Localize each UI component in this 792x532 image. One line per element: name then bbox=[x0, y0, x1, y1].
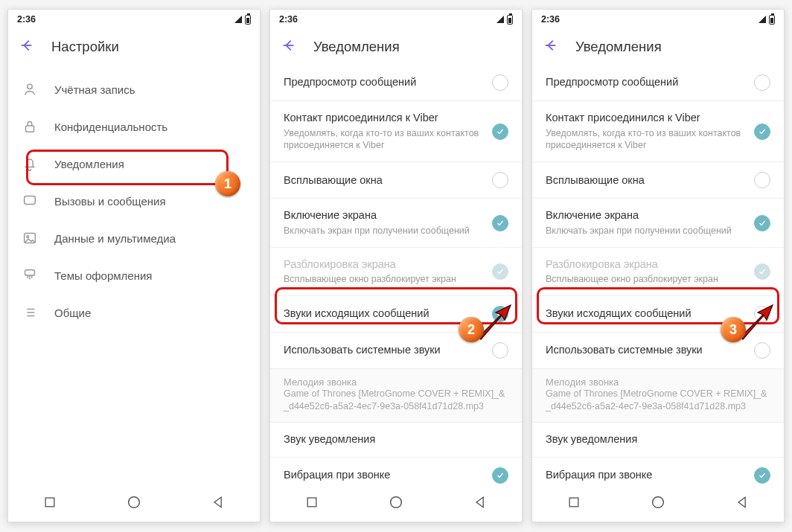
toggle-icon[interactable] bbox=[754, 124, 770, 140]
toggle-icon[interactable] bbox=[754, 74, 770, 91]
menu-item-themes[interactable]: Темы оформления bbox=[8, 257, 260, 294]
statusbar: 2:36 bbox=[8, 10, 260, 29]
signal-icon bbox=[234, 16, 242, 23]
nav-back-icon[interactable] bbox=[211, 495, 226, 513]
toggle-icon[interactable] bbox=[492, 124, 508, 140]
svg-rect-5 bbox=[25, 270, 35, 275]
signal-icon bbox=[759, 16, 766, 23]
toggle-icon[interactable] bbox=[492, 74, 508, 91]
item-preview[interactable]: Предпросмотр сообщений bbox=[270, 65, 522, 101]
appbar: Настройки bbox=[8, 29, 260, 65]
item-vibrate[interactable]: Вибрация при звонке bbox=[270, 458, 522, 487]
item-joined[interactable]: Контакт присоединился к Viber Уведомлять… bbox=[532, 101, 784, 162]
clock: 2:36 bbox=[541, 14, 560, 25]
svg-rect-8 bbox=[307, 498, 316, 507]
battery-icon bbox=[245, 15, 251, 25]
svg-point-11 bbox=[653, 497, 664, 508]
toggle-icon[interactable] bbox=[754, 172, 770, 188]
clock: 2:36 bbox=[17, 14, 36, 25]
battery-icon bbox=[507, 15, 513, 25]
notifications-list: Предпросмотр сообщений Контакт присоедин… bbox=[270, 65, 522, 486]
brush-icon bbox=[22, 267, 38, 283]
svg-point-7 bbox=[129, 497, 140, 508]
settings-menu: Учётная запись Конфиденциальность Уведом… bbox=[8, 65, 260, 486]
person-icon bbox=[22, 81, 38, 97]
nav-home-icon[interactable] bbox=[650, 494, 666, 513]
nav-recent-icon[interactable] bbox=[566, 495, 581, 513]
item-joined[interactable]: Контакт присоединился к Viber Уведомлять… bbox=[270, 101, 522, 162]
back-icon[interactable] bbox=[19, 37, 35, 57]
item-unlock: Разблокировка экрана Всплывающее окно ра… bbox=[270, 248, 522, 296]
toggle-icon[interactable] bbox=[754, 215, 770, 231]
lock-icon bbox=[22, 118, 38, 135]
appbar: Уведомления bbox=[532, 29, 784, 65]
svg-rect-6 bbox=[45, 498, 54, 507]
menu-label: Темы оформления bbox=[54, 269, 152, 282]
toggle-icon[interactable] bbox=[492, 172, 508, 188]
back-icon[interactable] bbox=[543, 37, 559, 57]
nav-home-icon[interactable] bbox=[388, 494, 404, 513]
menu-label: Общие bbox=[54, 307, 91, 319]
menu-item-privacy[interactable]: Конфиденциальность bbox=[8, 108, 260, 145]
svg-rect-10 bbox=[569, 498, 578, 507]
svg-point-0 bbox=[28, 84, 32, 89]
item-vibrate[interactable]: Вибрация при звонке bbox=[532, 458, 784, 487]
item-unlock: Разблокировка экрана Всплывающее окно ра… bbox=[532, 248, 784, 296]
list-icon bbox=[22, 304, 38, 321]
nav-back-icon[interactable] bbox=[473, 495, 488, 513]
item-screenon[interactable]: Включение экрана Включать экран при полу… bbox=[270, 199, 522, 247]
menu-label: Вызовы и сообщения bbox=[54, 195, 166, 208]
step-badge-3: 3 bbox=[721, 317, 746, 342]
back-icon[interactable] bbox=[281, 37, 297, 57]
nav-recent-icon[interactable] bbox=[42, 495, 57, 513]
step-badge-2: 2 bbox=[459, 317, 484, 342]
menu-item-account[interactable]: Учётная запись bbox=[8, 71, 260, 108]
android-navbar bbox=[8, 486, 260, 522]
notifications-list: Предпросмотр сообщений Контакт присоедин… bbox=[532, 65, 784, 486]
menu-item-general[interactable]: Общие bbox=[8, 294, 260, 331]
toggle-icon[interactable] bbox=[492, 467, 508, 484]
phone-notifications-on: 2:36 Уведомления Предпросмотр сообщений … bbox=[269, 9, 523, 522]
step-badge-1: 1 bbox=[215, 171, 240, 196]
item-preview[interactable]: Предпросмотр сообщений bbox=[532, 65, 784, 101]
image-icon bbox=[22, 230, 38, 246]
nav-home-icon[interactable] bbox=[126, 494, 142, 513]
chat-icon bbox=[22, 193, 38, 209]
menu-label: Уведомления bbox=[54, 158, 124, 170]
menu-label: Учётная запись bbox=[54, 83, 135, 96]
item-notif-sound[interactable]: Звук уведомления bbox=[270, 423, 522, 458]
appbar: Уведомления bbox=[270, 29, 522, 65]
ringtone-info[interactable]: Мелодия звонка Game of Thrones [MetroGno… bbox=[532, 369, 784, 423]
ringtone-info[interactable]: Мелодия звонка Game of Thrones [MetroGno… bbox=[270, 369, 522, 423]
svg-point-4 bbox=[27, 236, 29, 238]
menu-item-media[interactable]: Данные и мультимедиа bbox=[8, 219, 260, 257]
svg-point-9 bbox=[391, 497, 402, 508]
toggle-icon bbox=[754, 263, 770, 280]
android-navbar bbox=[270, 486, 522, 522]
item-screenon[interactable]: Включение экрана Включать экран при полу… bbox=[532, 199, 784, 247]
item-notif-sound[interactable]: Звук уведомления bbox=[532, 423, 784, 458]
statusbar: 2:36 bbox=[532, 10, 784, 29]
page-title: Уведомления bbox=[313, 39, 400, 55]
item-popups[interactable]: Всплывающие окна bbox=[270, 162, 522, 199]
toggle-icon[interactable] bbox=[492, 342, 508, 359]
item-popups[interactable]: Всплывающие окна bbox=[532, 162, 784, 199]
toggle-icon[interactable] bbox=[492, 215, 508, 231]
page-title: Уведомления bbox=[575, 39, 662, 55]
toggle-icon bbox=[492, 263, 508, 280]
menu-label: Данные и мультимедиа bbox=[54, 232, 176, 245]
nav-back-icon[interactable] bbox=[735, 495, 750, 513]
page-title: Настройки bbox=[51, 39, 119, 55]
phone-notifications-off: 2:36 Уведомления Предпросмотр сообщений … bbox=[531, 9, 785, 522]
nav-recent-icon[interactable] bbox=[304, 495, 319, 513]
clock: 2:36 bbox=[279, 14, 298, 25]
bell-icon bbox=[22, 156, 38, 172]
svg-rect-1 bbox=[26, 126, 34, 132]
android-navbar bbox=[532, 486, 784, 522]
toggle-icon[interactable] bbox=[754, 342, 770, 359]
statusbar: 2:36 bbox=[270, 10, 522, 29]
battery-icon bbox=[769, 15, 775, 25]
menu-label: Конфиденциальность bbox=[54, 121, 167, 133]
toggle-icon[interactable] bbox=[754, 467, 770, 484]
signal-icon bbox=[496, 16, 504, 23]
